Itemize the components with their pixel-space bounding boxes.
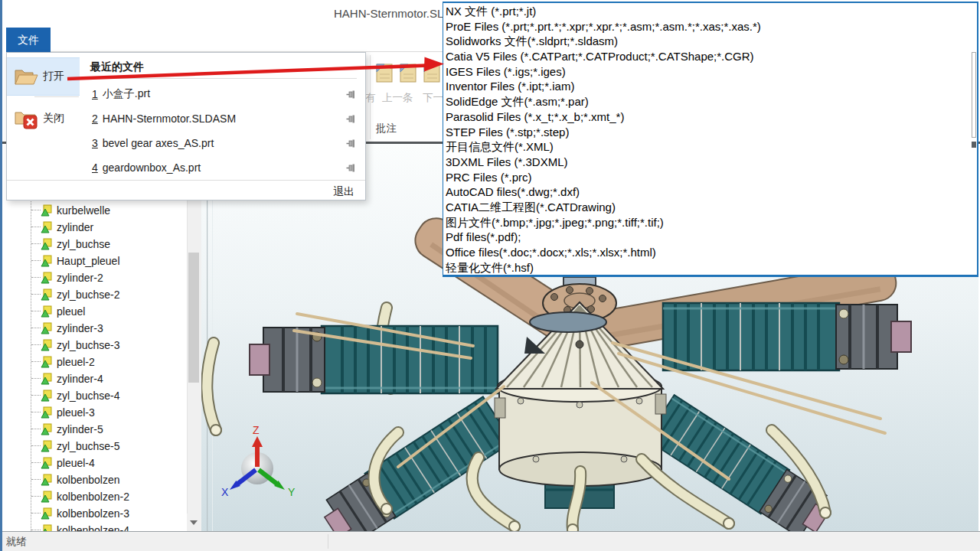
format-option[interactable]: PRC Files (*.prc) (446, 170, 977, 185)
tree-connector (31, 243, 41, 245)
tree-item-label: zylinder-4 (57, 373, 103, 385)
tree-item-label: zyl_buchse-2 (57, 289, 120, 301)
axis-y-label: Y (288, 486, 296, 498)
recent-file-name: geardownbox_As.prt (103, 161, 201, 174)
recent-file-item[interactable]: 1 小盒子.prt (80, 82, 365, 106)
part-icon (41, 373, 53, 385)
recent-file-accelerator: 4 (92, 161, 98, 174)
tree-item-label: zyl_buchse-5 (57, 440, 120, 452)
tree-item-label: zyl_buchse-4 (57, 390, 120, 402)
tree-item[interactable]: pleuel-3 (3, 404, 187, 421)
file-format-dropdown: NX 文件 (*.prt;*.jt) ProE Files (*.prt;*.p… (443, 2, 978, 277)
recent-file-accelerator: 2 (92, 112, 98, 125)
format-option[interactable]: SolidEdge 文件(*.asm;*.par) (446, 94, 977, 109)
tree-item[interactable]: kurbelwelle (3, 202, 187, 219)
part-icon (41, 390, 53, 402)
tree-item-label: zylinder-3 (57, 322, 103, 334)
tree-item-label: kolbenbolzen-3 (57, 507, 129, 520)
tree-item[interactable]: kolbenbolzen-3 (3, 505, 187, 522)
format-option[interactable]: CATIA二维工程图(*.CATDrawing) (446, 200, 977, 215)
open-menu-item[interactable]: 打开 (7, 57, 80, 96)
tree-scroll-down-button[interactable] (187, 514, 201, 531)
close-menu-item[interactable]: 关闭 (7, 99, 80, 139)
tree-item[interactable]: pleuel (3, 303, 187, 320)
part-icon (41, 289, 53, 301)
tree-item[interactable]: zylinder-2 (3, 269, 187, 286)
part-icon (41, 221, 53, 233)
part-icon (41, 507, 53, 520)
format-option[interactable]: 轻量化文件(*.hsf) (446, 260, 977, 276)
format-option[interactable]: STEP Files (*.stp;*.step) (446, 125, 977, 140)
tree-item-label: zylinder (57, 221, 93, 233)
tree-item-label: kolbenbolzen-2 (57, 491, 129, 503)
cylinder-left[interactable] (250, 326, 498, 393)
format-option[interactable]: Pdf files(*.pdf); (446, 230, 977, 245)
tree-scrollbar-thumb[interactable] (188, 253, 199, 383)
format-option[interactable]: 3DXML Files (*.3DXML) (446, 155, 977, 170)
format-option[interactable]: 图片文件(*.bmp;*.jpg;*.jpeg;*.png;*.tiff;*.t… (446, 215, 977, 230)
format-option[interactable]: Parasolid Files (*.x_t;*.x_b;*.xmt_*) (446, 109, 977, 125)
tab-file[interactable]: 文件 (6, 28, 51, 52)
part-icon (41, 457, 53, 469)
format-option[interactable]: AutoCAD files(*.dwg;*.dxf) (446, 184, 977, 200)
recent-file-item[interactable]: 3 bevel gear axes_AS.prt (80, 131, 365, 155)
tree-item-label: pleuel-4 (57, 457, 95, 469)
exit-button[interactable]: 退出 (333, 185, 354, 199)
pin-icon[interactable] (346, 90, 356, 99)
part-icon (41, 238, 53, 250)
tree-connector (31, 344, 41, 346)
tree-item[interactable]: zyl_buchse-3 (3, 337, 187, 354)
tree-item[interactable]: pleuel-2 (3, 354, 187, 370)
file-menu: 打开 关闭 最近的文件 1 小盒子.prt 2 HAHN (6, 52, 366, 201)
tree-item[interactable]: zyl_buchse-4 (3, 387, 187, 404)
annotation-note-icon[interactable] (374, 60, 394, 84)
dropdown-scrollbar-thumb[interactable] (972, 52, 976, 138)
tree-item[interactable]: pleuel-4 (3, 455, 187, 471)
tree-item-label: pleuel-3 (57, 406, 95, 419)
format-option[interactable]: Office files(*.doc;*.docx;*.xls;*.xlsx;*… (446, 245, 977, 260)
pin-icon[interactable] (346, 114, 356, 124)
tree-connector (31, 294, 41, 295)
recent-file-accelerator: 1 (92, 88, 98, 100)
format-option[interactable]: Catia V5 Files (*.CATPart;*.CATProduct;*… (446, 49, 977, 64)
tree-item-label: zyl_buchse-3 (57, 339, 120, 351)
tree-item[interactable]: Haupt_pleuel (3, 253, 187, 269)
ribbon-nav-prev[interactable]: 上一条 (382, 91, 413, 105)
tree-connector (31, 445, 41, 447)
format-option[interactable]: 开目信息文件(*.XML) (446, 139, 977, 155)
axis-z-label: Z (253, 424, 260, 436)
tree-item-label: zyl_buchse (57, 238, 110, 250)
format-option[interactable]: IGES Files (*.igs;*.iges) (446, 64, 977, 80)
tree-item[interactable]: zyl_buchse-5 (3, 438, 187, 455)
tree-connector (31, 328, 41, 329)
tree-item[interactable]: zylinder-5 (3, 421, 187, 438)
ribbon-nav-next[interactable]: 下一 (423, 91, 443, 105)
tree-item[interactable]: kolbenbolzen (3, 471, 187, 488)
annotation-note-icon[interactable] (398, 60, 418, 84)
recent-file-item[interactable]: 2 HAHN-Sternmotor.SLDASM (80, 106, 365, 131)
dropdown-scrollbar-mark (972, 142, 976, 148)
tree-item[interactable]: kolbenbolzen-4 (3, 522, 187, 531)
format-option[interactable]: Inventor Files (*.ipt;*.iam) (446, 79, 977, 94)
pin-icon[interactable] (346, 139, 356, 148)
tree-item[interactable]: zyl_buchse-2 (3, 286, 187, 303)
tree-item-label: pleuel (57, 305, 85, 318)
annotation-note-icon[interactable] (422, 60, 442, 84)
format-option[interactable]: ProE Files (*.prt;*.prt.*;*.xpr;*.xpr.*;… (446, 19, 977, 34)
part-icon (41, 356, 53, 368)
tree-item[interactable]: kolbenbolzen-2 (3, 488, 187, 505)
format-option[interactable]: NX 文件 (*.prt;*.jt) (446, 4, 977, 19)
recent-file-item[interactable]: 4 geardownbox_As.prt (80, 155, 365, 180)
tree-item[interactable]: zylinder-3 (3, 320, 187, 337)
pin-icon[interactable] (346, 163, 356, 173)
tree-item[interactable]: zylinder-4 (3, 370, 187, 387)
format-option[interactable]: Solidworks 文件(*.sldprt;*.sldasm) (446, 34, 977, 49)
recent-file-name: HAHN-Sternmotor.SLDASM (103, 112, 236, 125)
ribbon-nav-label[interactable]: 有 (365, 91, 376, 105)
part-icon (41, 474, 53, 486)
model-tree: kurbelwelle zylinder zyl_buchse (3, 144, 187, 531)
tree-item[interactable]: zyl_buchse (3, 236, 187, 253)
orientation-triad[interactable]: Z X Y (221, 424, 296, 498)
cylinder-right[interactable] (663, 303, 911, 370)
tree-item[interactable]: zylinder (3, 219, 187, 236)
